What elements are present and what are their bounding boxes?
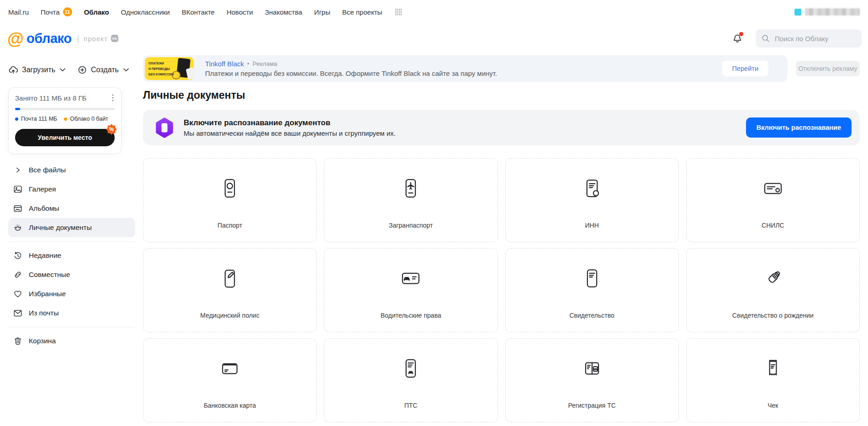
account-area[interactable] (794, 8, 860, 16)
page-title: Личные документы (143, 89, 860, 101)
document-card-international-passport[interactable]: Загранпаспорт (324, 158, 498, 242)
document-card-certificate[interactable]: Свидетельство (505, 248, 679, 332)
cloud-upload-icon (8, 65, 18, 75)
top-nav: Mail.ru Почта 11 Облако Одноклассники ВК… (0, 0, 868, 24)
legend-cloud: Облако 0 байт (64, 116, 108, 122)
link-icon (13, 270, 23, 280)
recognition-banner: Включите распознавание документов Мы авт… (143, 110, 860, 145)
sidebar-item-gallery[interactable]: Галерея (8, 180, 135, 199)
nav-item-novosti[interactable]: Новости (227, 8, 253, 16)
envelope-icon (13, 308, 23, 318)
ad-collage-graphic (186, 67, 194, 80)
mail-count-badge: 11 (63, 7, 72, 16)
storage-widget: Занято 111 МБ из 8 ГБ Почта 111 МБ Облак… (8, 87, 122, 154)
birth-certificate-icon (761, 266, 785, 291)
sidebar: Загрузить Создать Занято 111 МБ из (0, 53, 143, 422)
nav-item-pochta[interactable]: Почта 11 (41, 7, 72, 16)
documents-grid: Паспорт Загранпаспорт (143, 158, 860, 422)
vk-logo-icon: VK (111, 35, 118, 42)
ad-description: Платежи и переводы без комиссии. Всегда.… (205, 69, 497, 77)
nav-item-igry[interactable]: Игры (314, 8, 330, 16)
sidebar-item-albums[interactable]: Альбомы (8, 199, 135, 218)
svg-text:%: % (109, 126, 114, 133)
recent-history-icon (13, 250, 23, 261)
document-card-inn[interactable]: ИНН (505, 158, 679, 242)
nav-item-oblako[interactable]: Облако (84, 8, 109, 16)
notification-dot (739, 32, 743, 36)
create-button[interactable]: Создать (77, 65, 129, 75)
cloud-dot-icon (64, 117, 67, 121)
storage-usage-text: Занято 111 МБ из 8 ГБ (15, 94, 86, 102)
document-card-vehicle-registration[interactable]: Регистрация ТС (505, 338, 679, 422)
ad-thumbnail[interactable]: ПЛАТЕЖИ и переводы без комиссии (145, 57, 194, 80)
plus-circle-icon (77, 65, 87, 75)
heart-icon (13, 289, 23, 299)
storage-menu-button[interactable] (111, 94, 115, 101)
sidebar-divider (9, 327, 134, 327)
document-card-birth-certificate[interactable]: Свидетельство о рождении (686, 248, 860, 332)
upload-label: Загрузить (22, 66, 55, 74)
chevron-down-icon (123, 68, 129, 72)
app-header: @ облако | проект VK (0, 24, 868, 53)
disable-ads-button[interactable]: Отключить рекламу (796, 61, 860, 76)
certificate-icon (580, 266, 604, 291)
sidebar-item-all-files[interactable]: Все файлы (8, 160, 135, 180)
logo-project-label: проект (84, 35, 108, 43)
passport-icon (217, 176, 242, 201)
mail-dot-icon (15, 117, 18, 121)
mailru-at-icon: @ (7, 30, 24, 47)
trash-icon (13, 336, 23, 346)
legend-mail: Почта 111 МБ (15, 116, 57, 122)
sidebar-item-recent[interactable]: Недавние (8, 246, 135, 265)
document-card-medical-policy[interactable]: Медицинский полис (143, 248, 317, 332)
document-card-passport[interactable]: Паспорт (143, 158, 317, 242)
recognition-shield-icon (154, 117, 175, 138)
apps-grid-icon[interactable] (395, 9, 402, 16)
nav-item-mailru[interactable]: Mail.ru (8, 8, 29, 16)
chevron-right-icon (13, 167, 23, 173)
sidebar-item-trash[interactable]: Корзина (8, 331, 135, 351)
storage-progress-bar (15, 108, 115, 110)
upload-button[interactable]: Загрузить (8, 65, 65, 75)
sale-percent-badge-icon: % (106, 123, 117, 135)
drivers-license-icon (398, 266, 423, 291)
enable-recognition-button[interactable]: Включить распознавание (746, 117, 852, 138)
cloud-logo[interactable]: @ облако | проект VK (7, 30, 118, 47)
document-card-bank-card[interactable]: Банковская карта (143, 338, 317, 422)
upgrade-storage-button[interactable]: Увеличить место % (15, 129, 115, 146)
logo-divider: | (77, 34, 79, 43)
international-passport-icon (398, 176, 423, 201)
document-card-receipt[interactable]: Чек (686, 338, 860, 422)
ad-go-button[interactable]: Перейти (722, 61, 768, 76)
inn-icon (580, 176, 604, 201)
search-input[interactable] (775, 35, 856, 43)
pts-icon (398, 356, 423, 381)
nav-item-vkontakte[interactable]: ВКонтакте (182, 8, 215, 16)
personal-documents-icon (13, 223, 23, 233)
ad-banner: ПЛАТЕЖИ и переводы без комиссии Tinkoff … (143, 55, 788, 82)
create-label: Создать (91, 66, 119, 74)
chevron-down-icon (60, 68, 65, 72)
sidebar-item-from-mail[interactable]: Из почты (8, 304, 135, 323)
recognition-title: Включите распознавание документов (184, 118, 396, 128)
logo-text: облако (26, 31, 71, 46)
notifications-button[interactable] (732, 33, 743, 44)
nav-item-vse-proekty[interactable]: Все проекты (342, 8, 382, 16)
sidebar-divider (9, 241, 134, 242)
albums-icon (13, 203, 23, 213)
vehicle-registration-icon (580, 356, 604, 381)
sidebar-item-favorites[interactable]: Избранные (8, 284, 135, 304)
nav-item-odnoklassniki[interactable]: Одноклассники (121, 8, 170, 16)
document-card-drivers-license[interactable]: Водительские права (324, 248, 498, 332)
snils-icon (761, 176, 785, 201)
ad-label: Реклама (253, 60, 277, 67)
search-bar[interactable] (756, 29, 862, 48)
sidebar-item-shared[interactable]: Совместные (8, 265, 135, 284)
document-card-snils[interactable]: СНИЛС (686, 158, 860, 242)
sidebar-item-personal-documents[interactable]: Личные документы (8, 218, 135, 237)
nav-pochta-label: Почта (41, 8, 60, 16)
main-content: ПЛАТЕЖИ и переводы без комиссии Tinkoff … (143, 53, 868, 422)
ad-title-link[interactable]: Tinkoff Black (205, 60, 244, 68)
document-card-pts[interactable]: ПТС (324, 338, 498, 422)
nav-item-znakomstva[interactable]: Знакомства (265, 8, 302, 16)
